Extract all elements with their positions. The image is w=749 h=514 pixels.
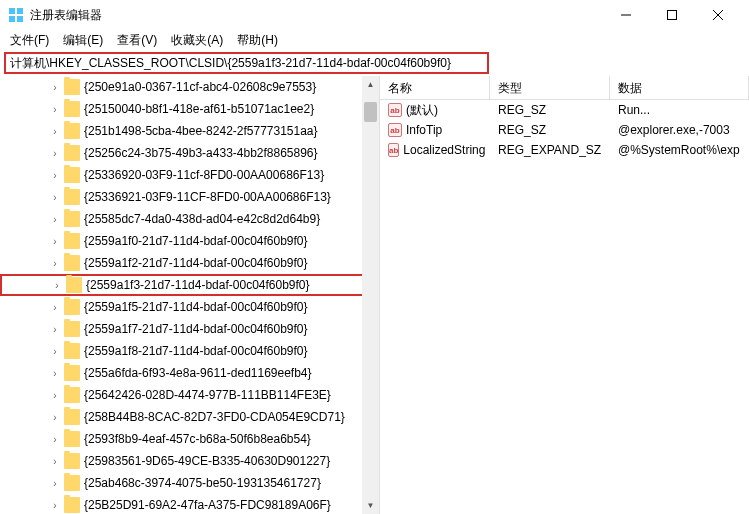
tree-item[interactable]: ›{2559a1f0-21d7-11d4-bdaf-00c04f60b9f0} bbox=[0, 230, 379, 252]
scroll-down-arrow[interactable]: ▼ bbox=[362, 497, 379, 514]
tree-item-label: {2559a1f8-21d7-11d4-bdaf-00c04f60b9f0} bbox=[84, 344, 308, 358]
folder-icon bbox=[64, 255, 80, 271]
chevron-right-icon[interactable]: › bbox=[48, 498, 62, 512]
chevron-right-icon[interactable]: › bbox=[48, 300, 62, 314]
svg-rect-3 bbox=[17, 16, 23, 22]
tree-item-label: {2559a1f5-21d7-11d4-bdaf-00c04f60b9f0} bbox=[84, 300, 308, 314]
titlebar: 注册表编辑器 bbox=[0, 0, 749, 30]
tree-item-label: {2559a1f0-21d7-11d4-bdaf-00c04f60b9f0} bbox=[84, 234, 308, 248]
tree-container[interactable]: ›{250e91a0-0367-11cf-abc4-02608c9e7553}›… bbox=[0, 76, 379, 514]
tree-item[interactable]: ›{2593f8b9-4eaf-457c-b68a-50f6b8ea6b54} bbox=[0, 428, 379, 450]
folder-icon bbox=[64, 145, 80, 161]
tree-item-label: {25150040-b8f1-418e-af61-b51071ac1ee2} bbox=[84, 102, 314, 116]
tree-item[interactable]: ›{25150040-b8f1-418e-af61-b51071ac1ee2} bbox=[0, 98, 379, 120]
chevron-right-icon[interactable]: › bbox=[50, 278, 64, 292]
maximize-button[interactable] bbox=[649, 0, 695, 30]
tree-item-label: {250e91a0-0367-11cf-abc4-02608c9e7553} bbox=[84, 80, 316, 94]
chevron-right-icon[interactable]: › bbox=[48, 102, 62, 116]
header-type[interactable]: 类型 bbox=[490, 76, 610, 99]
close-button[interactable] bbox=[695, 0, 741, 30]
header-data[interactable]: 数据 bbox=[610, 76, 749, 99]
value-name: LocalizedString bbox=[403, 143, 485, 157]
chevron-right-icon[interactable]: › bbox=[48, 344, 62, 358]
chevron-right-icon[interactable]: › bbox=[48, 146, 62, 160]
tree-item[interactable]: ›{2559a1f3-21d7-11d4-bdaf-00c04f60b9f0} bbox=[0, 274, 379, 296]
svg-rect-1 bbox=[17, 8, 23, 14]
address-bar[interactable]: 计算机\HKEY_CLASSES_ROOT\CLSID\{2559a1f3-21… bbox=[4, 52, 489, 74]
folder-icon bbox=[64, 365, 80, 381]
content-area: ›{250e91a0-0367-11cf-abc4-02608c9e7553}›… bbox=[0, 76, 749, 514]
list-panel: 名称 类型 数据 ab(默认)REG_SZRun...abInfoTipREG_… bbox=[380, 76, 749, 514]
chevron-right-icon[interactable]: › bbox=[48, 454, 62, 468]
tree-item[interactable]: ›{25642426-028D-4474-977B-111BB114FE3E} bbox=[0, 384, 379, 406]
list-row[interactable]: ab(默认)REG_SZRun... bbox=[380, 100, 749, 120]
list-row[interactable]: abInfoTipREG_SZ@explorer.exe,-7003 bbox=[380, 120, 749, 140]
menu-help[interactable]: 帮助(H) bbox=[231, 30, 284, 51]
list-row[interactable]: abLocalizedStringREG_EXPAND_SZ@%SystemRo… bbox=[380, 140, 749, 160]
chevron-right-icon[interactable]: › bbox=[48, 234, 62, 248]
tree-item[interactable]: ›{250e91a0-0367-11cf-abc4-02608c9e7553} bbox=[0, 76, 379, 98]
header-name[interactable]: 名称 bbox=[380, 76, 490, 99]
value-name: InfoTip bbox=[406, 123, 442, 137]
tree-item[interactable]: ›{25B25D91-69A2-47fa-A375-FDC98189A06F} bbox=[0, 494, 379, 514]
tree-item-label: {2593f8b9-4eaf-457c-b68a-50f6b8ea6b54} bbox=[84, 432, 311, 446]
chevron-right-icon[interactable]: › bbox=[48, 388, 62, 402]
tree-item[interactable]: ›{2559a1f8-21d7-11d4-bdaf-00c04f60b9f0} bbox=[0, 340, 379, 362]
cell-data: @explorer.exe,-7003 bbox=[610, 123, 749, 137]
scroll-thumb[interactable] bbox=[364, 102, 377, 122]
menu-favorites[interactable]: 收藏夹(A) bbox=[165, 30, 229, 51]
tree-item[interactable]: ›{258B44B8-8CAC-82D7-3FD0-CDA054E9CD71} bbox=[0, 406, 379, 428]
folder-icon bbox=[64, 475, 80, 491]
chevron-right-icon[interactable]: › bbox=[48, 124, 62, 138]
tree-item[interactable]: ›{25256c24-3b75-49b3-a433-4bb2f8865896} bbox=[0, 142, 379, 164]
cell-name: abInfoTip bbox=[380, 123, 490, 137]
cell-type: REG_SZ bbox=[490, 103, 610, 117]
chevron-right-icon[interactable]: › bbox=[48, 80, 62, 94]
chevron-right-icon[interactable]: › bbox=[48, 366, 62, 380]
tree-item-label: {2559a1f3-21d7-11d4-bdaf-00c04f60b9f0} bbox=[86, 278, 310, 292]
chevron-right-icon[interactable]: › bbox=[48, 256, 62, 270]
folder-icon bbox=[64, 409, 80, 425]
chevron-right-icon[interactable]: › bbox=[48, 190, 62, 204]
tree-item-label: {255a6fda-6f93-4e8a-9611-ded1169eefb4} bbox=[84, 366, 312, 380]
chevron-right-icon[interactable]: › bbox=[48, 168, 62, 182]
menu-view[interactable]: 查看(V) bbox=[111, 30, 163, 51]
menu-file[interactable]: 文件(F) bbox=[4, 30, 55, 51]
tree-item[interactable]: ›{25585dc7-4da0-438d-ad04-e42c8d2d64b9} bbox=[0, 208, 379, 230]
tree-item-label: {25585dc7-4da0-438d-ad04-e42c8d2d64b9} bbox=[84, 212, 320, 226]
minimize-button[interactable] bbox=[603, 0, 649, 30]
folder-icon bbox=[64, 189, 80, 205]
tree-scrollbar[interactable]: ▲ ▼ bbox=[362, 76, 379, 514]
tree-item[interactable]: ›{25983561-9D65-49CE-B335-40630D901227} bbox=[0, 450, 379, 472]
app-icon bbox=[8, 7, 24, 23]
chevron-right-icon[interactable]: › bbox=[48, 410, 62, 424]
folder-icon bbox=[64, 167, 80, 183]
tree-item-label: {25B25D91-69A2-47fa-A375-FDC98189A06F} bbox=[84, 498, 331, 512]
menu-edit[interactable]: 编辑(E) bbox=[57, 30, 109, 51]
tree-item[interactable]: ›{25336921-03F9-11CF-8FD0-00AA00686F13} bbox=[0, 186, 379, 208]
tree-item[interactable]: ›{2559a1f2-21d7-11d4-bdaf-00c04f60b9f0} bbox=[0, 252, 379, 274]
tree-item-label: {2559a1f2-21d7-11d4-bdaf-00c04f60b9f0} bbox=[84, 256, 308, 270]
chevron-right-icon[interactable]: › bbox=[48, 432, 62, 446]
tree-item[interactable]: ›{2559a1f5-21d7-11d4-bdaf-00c04f60b9f0} bbox=[0, 296, 379, 318]
folder-icon bbox=[64, 79, 80, 95]
tree-item[interactable]: ›{2559a1f7-21d7-11d4-bdaf-00c04f60b9f0} bbox=[0, 318, 379, 340]
chevron-right-icon[interactable]: › bbox=[48, 212, 62, 226]
folder-icon bbox=[66, 277, 82, 293]
chevron-right-icon[interactable]: › bbox=[48, 476, 62, 490]
tree-item-label: {25336920-03F9-11cf-8FD0-00AA00686F13} bbox=[84, 168, 324, 182]
cell-name: abLocalizedString bbox=[380, 143, 490, 157]
folder-icon bbox=[64, 123, 80, 139]
tree-item[interactable]: ›{25336920-03F9-11cf-8FD0-00AA00686F13} bbox=[0, 164, 379, 186]
chevron-right-icon[interactable]: › bbox=[48, 322, 62, 336]
scroll-up-arrow[interactable]: ▲ bbox=[362, 76, 379, 93]
folder-icon bbox=[64, 321, 80, 337]
tree-item[interactable]: ›{255a6fda-6f93-4e8a-9611-ded1169eefb4} bbox=[0, 362, 379, 384]
folder-icon bbox=[64, 233, 80, 249]
folder-icon bbox=[64, 343, 80, 359]
window-controls bbox=[603, 0, 741, 30]
tree-item[interactable]: ›{251b1498-5cba-4bee-8242-2f57773151aa} bbox=[0, 120, 379, 142]
tree-item[interactable]: ›{25ab468c-3974-4075-be50-193135461727} bbox=[0, 472, 379, 494]
string-value-icon: ab bbox=[388, 123, 402, 137]
value-name: (默认) bbox=[406, 102, 438, 119]
